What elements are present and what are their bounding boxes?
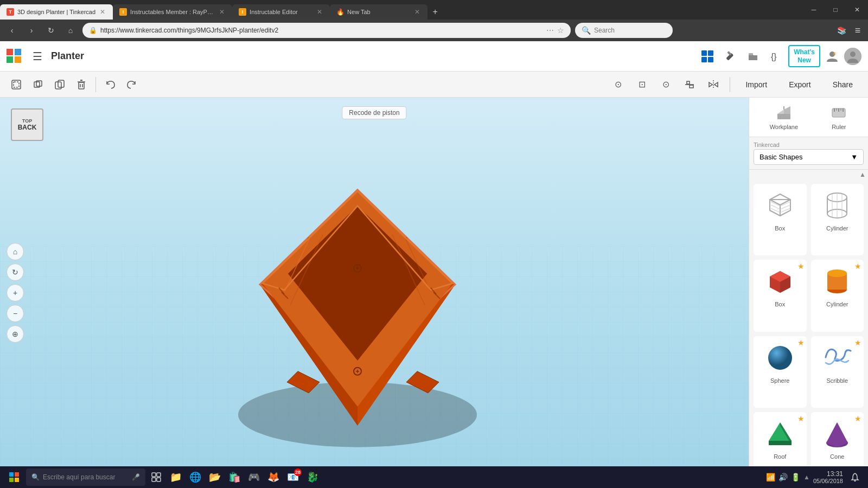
taskbar-search[interactable]: 🔍 Escribe aquí para buscar 🎤: [26, 468, 145, 486]
games-taskbar[interactable]: 🎮: [245, 468, 263, 486]
redo-icon: [126, 79, 137, 90]
home-view-button[interactable]: ⌂: [7, 243, 24, 260]
logo-t: [7, 49, 13, 55]
new-tab-button[interactable]: +: [427, 4, 443, 20]
url-bar[interactable]: 🔒 https://www.tinkercad.com/things/9MGJr…: [82, 23, 571, 38]
select-tool[interactable]: [7, 75, 26, 94]
align-tool[interactable]: [680, 75, 699, 94]
svg-point-90: [827, 269, 847, 277]
tab-instructables1[interactable]: I Instructables Member : RayP2... ✕: [113, 4, 232, 20]
tab-close-4[interactable]: ✕: [413, 7, 421, 17]
start-button[interactable]: [4, 467, 24, 487]
ruler-icon: [830, 104, 847, 121]
reload-button[interactable]: ↻: [43, 23, 59, 38]
whats-new-label: What'sNew: [794, 48, 815, 64]
tab-instructables2[interactable]: I Instructable Editor ✕: [232, 4, 330, 20]
back-button[interactable]: ‹: [4, 23, 20, 38]
shape-item-sphere-blue[interactable]: ★ Sphere: [754, 336, 807, 408]
shape-item-cylinder-wireframe[interactable]: Cylinder: [811, 184, 864, 255]
network-icon[interactable]: 📶: [766, 473, 775, 481]
zoom-out-button[interactable]: −: [7, 305, 24, 322]
task-view-button[interactable]: [148, 468, 165, 486]
file-explorer-taskbar[interactable]: 📁: [167, 468, 184, 486]
tinker-button[interactable]: [720, 48, 741, 65]
maximize-button[interactable]: □: [825, 0, 846, 20]
workplane-icon: [775, 104, 793, 121]
viewport[interactable]: TOP BACK ⌂ ↻ + − ⊕: [0, 98, 749, 488]
tinkercad-logo[interactable]: [7, 49, 22, 64]
navigation-cube[interactable]: TOP BACK: [11, 108, 54, 152]
copy-icon: [54, 79, 65, 90]
tray-expand-icon[interactable]: ▲: [803, 473, 810, 481]
shape-dropdown[interactable]: Basic Shapes ▼: [754, 149, 864, 165]
redo-tool[interactable]: [122, 75, 142, 94]
firefox-taskbar[interactable]: 🦊: [265, 468, 282, 486]
share-button[interactable]: Share: [824, 77, 861, 92]
taskbar-clock[interactable]: 13:31 05/06/2018: [813, 470, 843, 484]
export-button[interactable]: Export: [780, 77, 819, 92]
folder-taskbar[interactable]: 📂: [206, 468, 224, 486]
avatar[interactable]: [844, 48, 861, 65]
delete-tool[interactable]: [72, 75, 91, 94]
zoom-fit-button[interactable]: ⊕: [7, 325, 24, 343]
logo-n: [7, 56, 13, 63]
store-taskbar[interactable]: 🛍️: [226, 468, 243, 486]
svg-rect-59: [777, 114, 790, 119]
shape-item-scribble[interactable]: ★ Scribble: [811, 336, 864, 408]
bracket-button[interactable]: {}: [765, 48, 786, 65]
firefox-menu-icon[interactable]: ≡: [852, 24, 864, 36]
search-input[interactable]: [594, 27, 659, 34]
mirror-tool[interactable]: [704, 75, 723, 94]
whats-new-button[interactable]: What'sNew: [788, 45, 820, 67]
svg-point-7: [850, 52, 856, 57]
projects-button[interactable]: [743, 48, 763, 65]
minimize-button[interactable]: ─: [803, 0, 825, 20]
roof-green-label: Roof: [774, 453, 786, 460]
svg-marker-94: [769, 441, 792, 445]
tab-close-2[interactable]: ✕: [218, 7, 226, 17]
bookmarks-icon[interactable]: 📚: [835, 24, 847, 36]
orbit-button[interactable]: ↻: [7, 264, 24, 281]
svg-rect-102: [152, 473, 156, 477]
gallery-button[interactable]: [697, 48, 718, 65]
search-bar[interactable]: 🔍: [575, 23, 673, 38]
zoom-in-button[interactable]: +: [7, 284, 24, 301]
close-button[interactable]: ✕: [846, 0, 868, 20]
taskbar-right-area: 📶 🔊 🔋 ▲ 13:31 05/06/2018: [766, 468, 864, 486]
edge-browser-taskbar[interactable]: 🌐: [187, 468, 204, 486]
box-red-icon: [763, 264, 797, 299]
copy-tool[interactable]: [50, 75, 69, 94]
measure-tool[interactable]: ⊙: [656, 75, 675, 94]
snap-tool[interactable]: ⊙: [608, 75, 628, 94]
tab-tinkercad[interactable]: T 3D design Planter | Tinkercad ✕: [0, 4, 113, 20]
app-header: ☰ Planter: [0, 41, 868, 72]
home-button[interactable]: ⌂: [63, 23, 78, 38]
rotate-tool[interactable]: [28, 75, 48, 94]
tab-close-1[interactable]: ✕: [99, 7, 106, 17]
battery-icon[interactable]: 🔋: [791, 473, 800, 481]
scroll-up-button[interactable]: ▲: [859, 171, 866, 178]
user-button[interactable]: 0: [822, 47, 842, 66]
ruler-button[interactable]: Ruler: [830, 104, 847, 130]
svg-marker-24: [714, 82, 718, 87]
logo-i: [15, 49, 21, 55]
tab-newtab[interactable]: 🔥 New Tab ✕: [330, 4, 427, 20]
email-taskbar[interactable]: 📧 28: [284, 468, 302, 486]
cube-box[interactable]: TOP BACK: [11, 108, 43, 141]
svg-marker-61: [784, 106, 790, 114]
dragon-taskbar[interactable]: 🐉: [304, 468, 321, 486]
import-button[interactable]: Import: [737, 77, 776, 92]
volume-icon[interactable]: 🔊: [778, 473, 788, 481]
grid-tool[interactable]: ⊡: [632, 75, 652, 94]
shape-item-cylinder-orange[interactable]: ★ Cylinder: [811, 260, 864, 331]
undo-tool[interactable]: [100, 75, 120, 94]
project-title[interactable]: Planter: [51, 50, 84, 62]
notification-center-button[interactable]: [846, 468, 864, 486]
forward-button[interactable]: ›: [24, 23, 39, 38]
roof-green-star: ★: [797, 414, 805, 423]
workplane-button[interactable]: Workplane: [770, 104, 798, 130]
menu-icon[interactable]: ☰: [33, 50, 42, 63]
shape-item-box-red[interactable]: ★ Box: [754, 260, 807, 331]
tab-close-3[interactable]: ✕: [316, 7, 323, 17]
shape-item-box-wireframe[interactable]: Box: [754, 184, 807, 255]
